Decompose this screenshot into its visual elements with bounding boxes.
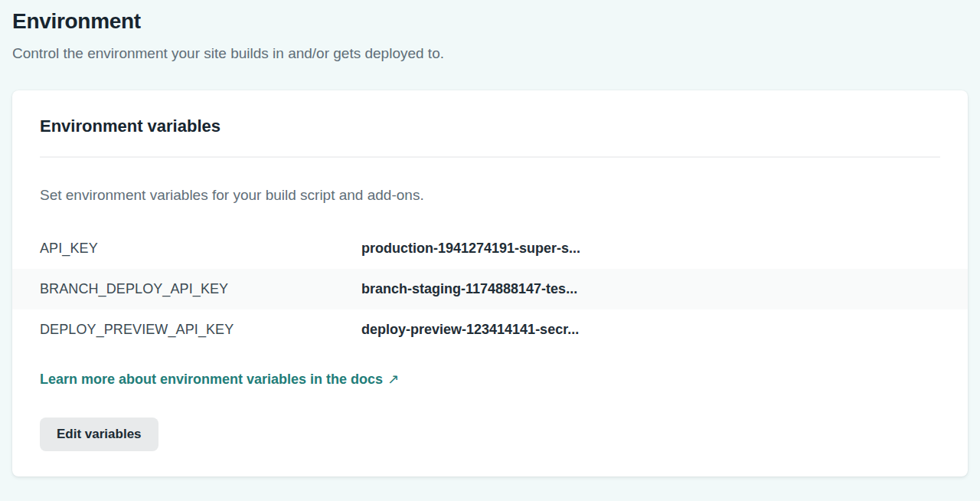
- variable-value: branch-staging-1174888147-tes...: [361, 281, 577, 297]
- variables-table: API_KEY production-1941274191-super-s...…: [12, 228, 968, 350]
- page-subtitle: Control the environment your site builds…: [12, 44, 968, 63]
- docs-link[interactable]: Learn more about environment variables i…: [40, 371, 399, 388]
- button-row: Edit variables: [40, 418, 940, 451]
- divider: [40, 156, 940, 158]
- table-row: DEPLOY_PREVIEW_API_KEY deploy-preview-12…: [12, 309, 968, 350]
- variable-key: DEPLOY_PREVIEW_API_KEY: [40, 322, 361, 338]
- variable-key: API_KEY: [40, 241, 361, 257]
- table-row: BRANCH_DEPLOY_API_KEY branch-staging-117…: [12, 269, 968, 309]
- variable-value: production-1941274191-super-s...: [361, 241, 580, 257]
- docs-link-label: Learn more about environment variables i…: [40, 372, 383, 387]
- external-link-icon: ↗: [387, 372, 399, 387]
- page-content: Environment Control the environment your…: [0, 0, 980, 476]
- variable-key: BRANCH_DEPLOY_API_KEY: [40, 281, 361, 297]
- environment-variables-card: Environment variables Set environment va…: [12, 90, 968, 476]
- edit-variables-button[interactable]: Edit variables: [40, 418, 158, 451]
- card-heading: Environment variables: [40, 116, 940, 136]
- card-description: Set environment variables for your build…: [40, 187, 940, 205]
- variable-value: deploy-preview-123414141-secr...: [361, 322, 579, 338]
- environment-settings-page: { "page": { "title": "Environment", "sub…: [0, 0, 980, 501]
- page-title: Environment: [12, 9, 968, 34]
- table-row: API_KEY production-1941274191-super-s...: [12, 228, 968, 269]
